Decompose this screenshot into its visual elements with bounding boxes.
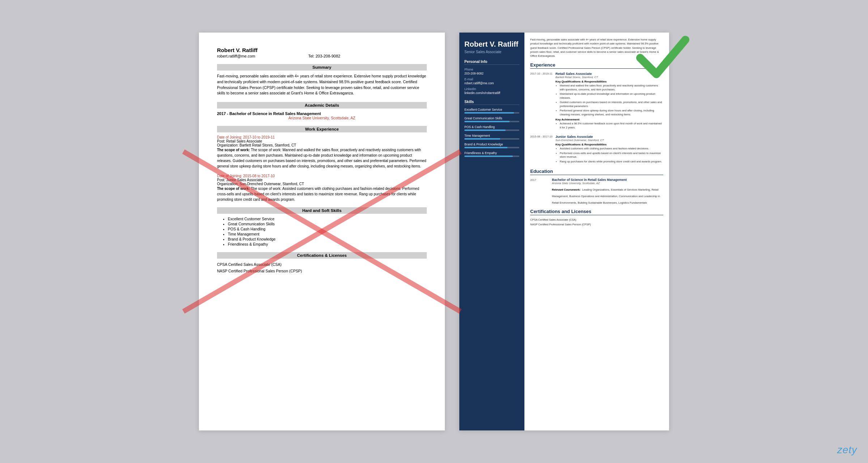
- right-title: Senior Sales Associate: [464, 50, 519, 54]
- edu-year-1: 2017: [530, 178, 549, 205]
- skills-section-title: Skills: [464, 100, 519, 105]
- skill-name-3: POS & Cash Handling: [464, 125, 519, 129]
- phone-label: Phone: [464, 68, 519, 71]
- skill-bar-bg-5: [464, 147, 519, 148]
- right-cert-2: NASP Certified Professional Sales Person…: [530, 223, 663, 226]
- left-degree: 2017 - Bachelor of Science in Retail Sal…: [217, 111, 427, 116]
- phone-value: 203-208-9082: [464, 72, 519, 75]
- skill-item-1: Excellent Customer Service: [464, 108, 519, 114]
- exp-bullets-1: Manned and walked the sales floor, proac…: [556, 84, 663, 116]
- sidebar: Robert V. Ratliff Senior Sales Associate…: [459, 33, 524, 430]
- exp-company-1: Bartlett Retail Stores, Stamford, CT: [556, 76, 663, 79]
- resume-left: Robert V. Ratliff robert.ratliff@me.com …: [199, 33, 445, 430]
- right-cert-1: CPSA Certified Sales Associate (CSA): [530, 218, 663, 221]
- exp-detail-1: Retail Sales Associate Bartlett Retail S…: [556, 72, 663, 131]
- zety-brand: zety: [837, 444, 857, 456]
- exp-bullet-2-3: Rang up purchases for clients while prom…: [560, 160, 663, 164]
- left-email: robert.ratliff@me.com: [217, 54, 255, 58]
- right-summary: Fast-moving, personable sales associate …: [530, 38, 663, 58]
- skill-item-2: Great Communication Skills: [464, 116, 519, 122]
- experience-title: Experience: [530, 62, 663, 69]
- work-section: Date of Joining: 2017-10 to 2019-11 Post…: [217, 135, 427, 202]
- exp-bullet-1-4: Performed general store upkeep during st…: [560, 109, 663, 116]
- exp-date-1: 2017-10 - 2019-11: [530, 72, 553, 131]
- right-name: Robert V. Ratliff: [464, 40, 519, 48]
- education-title: Education: [530, 169, 663, 175]
- exp-bullet-2-2: Performed cross-sells and upsells based …: [560, 152, 663, 159]
- linkedin-label: LinkedIn: [464, 87, 519, 91]
- skill-bar-fill-3: [464, 129, 506, 131]
- skill-bar-fill-2: [464, 121, 510, 122]
- exp-bullet-1-2: Maintained up-to-date product knowledge …: [560, 92, 663, 100]
- skill-6: Friendliness & Empathy: [228, 242, 427, 246]
- skill-name-4: Time Management: [464, 134, 519, 137]
- exp-entry-1: 2017-10 - 2019-11 Retail Sales Associate…: [530, 72, 663, 131]
- edu-entry-1: 2017 Bachelor of Science in Retail Sales…: [530, 178, 663, 205]
- skill-bar-fill-1: [464, 112, 514, 114]
- work1-date: Date of Joining: 2017-10 to 2019-11: [217, 135, 427, 139]
- work-bar: Work Experience: [217, 126, 427, 132]
- cert-title-right: Certifications and Licenses: [530, 209, 663, 215]
- skill-5: Brand & Product Knowledge: [228, 237, 427, 241]
- academic-content: 2017 - Bachelor of Science in Retail Sal…: [217, 111, 427, 120]
- exp-qual-title-1: Key Qualifications & Responsibilities: [556, 80, 663, 83]
- cert-section: CPSA Certified Sales Associate (CSA) NAS…: [217, 262, 427, 275]
- exp-entry-2: 2015-08 - 2017-10 Junior Sales Associate…: [530, 135, 663, 165]
- coursework-label: Relevant Coursework:: [552, 188, 580, 191]
- work2-date: Date of Joining: 2015-08 to 2017-10: [217, 174, 427, 178]
- exp-date-2: 2015-08 - 2017-10: [530, 135, 553, 165]
- left-tel: Tel: 203-208-9082: [308, 54, 340, 58]
- work2-post: Post: Junior Sales Associate: [217, 178, 427, 182]
- exp-jobtitle-2: Junior Sales Associate: [556, 135, 663, 139]
- skill-3: POS & Cash Handling: [228, 227, 427, 231]
- skill-item-3: POS & Cash Handling: [464, 125, 519, 131]
- left-summary-text: Fast-moving, personable sales associate …: [217, 73, 427, 96]
- exp-company-2: Sun-Drenched Outerwear, Stamford, CT: [556, 139, 663, 142]
- exp-achievements-1: Achieved a 98.5% customer feedback score…: [556, 122, 663, 129]
- linkedin-value: linkedin.com/in/robertratliff: [464, 91, 519, 95]
- skill-name-6: Friendliness & Empathy: [464, 151, 519, 155]
- summary-bar: Summary: [217, 64, 427, 71]
- main-content: Fast-moving, personable sales associate …: [524, 33, 669, 430]
- skill-bar-bg-6: [464, 156, 519, 157]
- exp-achievement-title-1: Key Achievement: [556, 118, 663, 121]
- exp-bullet-1-1: Manned and walked the sales floor, proac…: [560, 84, 663, 92]
- exp-bullets-2: Assisted customers with clothing purchas…: [556, 147, 663, 163]
- skill-name-2: Great Communication Skills: [464, 116, 519, 120]
- cert-2: NASP Certified Professional Sales Person…: [217, 268, 427, 275]
- skill-item-5: Brand & Product Knowledge: [464, 143, 519, 148]
- skills-list: Excellent Customer Service Great Communi…: [217, 217, 427, 246]
- edu-detail-1: Bachelor of Science in Retail Sales Mana…: [552, 178, 663, 205]
- work1-scope: The scope of work: The scope of work: Ma…: [217, 147, 427, 169]
- work2-org: Organization: Sun-Drenched Outerwear, St…: [217, 182, 427, 186]
- work-entry-2: Date of Joining: 2015-08 to 2017-10 Post…: [217, 174, 427, 202]
- skill-bar-bg-3: [464, 129, 519, 131]
- exp-qual-title-2: Key Qualifications & Responsibilities: [556, 143, 663, 146]
- email-label: E-mail: [464, 77, 519, 81]
- left-name: Robert V. Ratliff: [217, 47, 427, 53]
- edu-degree-1: Bachelor of Science in Retail Sales Mana…: [552, 178, 663, 182]
- work1-org: Organization: Bartlett Retail Stores, St…: [217, 143, 427, 147]
- skill-bar-fill-4: [464, 138, 500, 140]
- skill-name-1: Excellent Customer Service: [464, 108, 519, 111]
- skill-bar-fill-6: [464, 156, 513, 157]
- skills-bar: Hard and Soft Skills: [217, 207, 427, 214]
- personal-info-title: Personal Info: [464, 60, 519, 65]
- cert-1: CPSA Certified Sales Associate (CSA): [217, 262, 427, 268]
- email-value: robert.ratliff@me.com: [464, 81, 519, 85]
- cert-bar: Certifications & Licenses: [217, 252, 427, 259]
- skill-bar-bg-1: [464, 112, 519, 114]
- exp-bullet-1-3: Guided customers on purchases based on i…: [560, 101, 663, 108]
- cert-list-right: CPSA Certified Sales Associate (CSA) NAS…: [530, 218, 663, 226]
- work-entry-1: Date of Joining: 2017-10 to 2019-11 Post…: [217, 135, 427, 169]
- page-container: Robert V. Ratliff robert.ratliff@me.com …: [184, 18, 684, 445]
- resume-right: Robert V. Ratliff Senior Sales Associate…: [459, 33, 669, 430]
- edu-school-1: Arizona State University, Scottsdale, AZ: [552, 182, 663, 185]
- work2-scope: The scope of work: The scope of work: As…: [217, 186, 427, 202]
- skill-bar-bg-2: [464, 121, 519, 122]
- left-contact: robert.ratliff@me.com Tel: 203-208-9082: [217, 54, 427, 58]
- exp-bullet-2-1: Assisted customers with clothing purchas…: [560, 147, 663, 151]
- skill-item-6: Friendliness & Empathy: [464, 151, 519, 157]
- skill-item-4: Time Management: [464, 134, 519, 140]
- left-school: Arizona State University, Scottsdale, AZ: [217, 116, 427, 120]
